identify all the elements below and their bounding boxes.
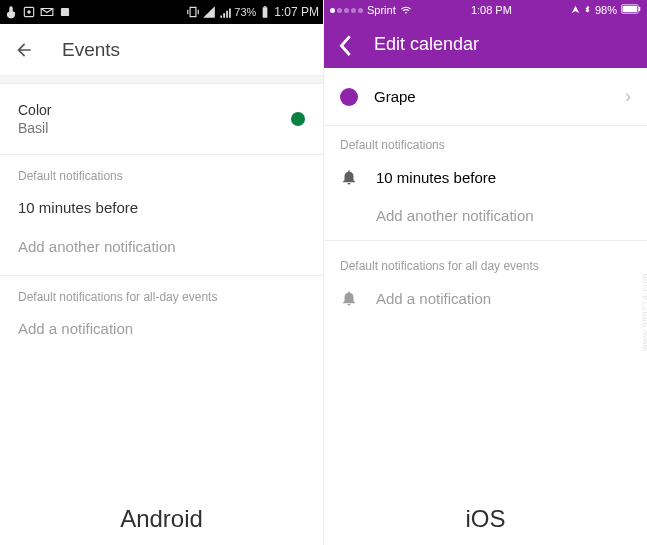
- add-notification-label: Add another notification: [18, 238, 176, 255]
- watermark: www.989214.com: [640, 273, 647, 351]
- color-swatch-icon: [291, 112, 305, 126]
- notification-value: 10 minutes before: [18, 199, 138, 216]
- ios-status-bar: Sprint 1:08 PM 98%: [324, 0, 647, 20]
- svg-rect-2: [61, 8, 69, 16]
- allday-notifications-section: Default notifications for all-day events…: [0, 275, 323, 357]
- bell-icon: [340, 289, 358, 307]
- color-row[interactable]: Grape ›: [324, 68, 647, 126]
- platform-caption: iOS: [324, 505, 647, 533]
- vibrate-icon: [186, 5, 200, 19]
- svg-rect-3: [263, 7, 268, 17]
- svg-rect-7: [639, 7, 641, 12]
- bell-icon: [340, 168, 358, 186]
- signal-dots-icon: [330, 8, 363, 13]
- section-label: Default notifications: [18, 169, 305, 183]
- mail-icon: [40, 5, 54, 19]
- location-icon: [571, 4, 580, 16]
- color-label: Color: [18, 102, 51, 118]
- ios-screen: Sprint 1:08 PM 98% Edit calendar: [324, 0, 647, 545]
- chevron-right-icon: ›: [625, 86, 631, 107]
- battery-icon: [258, 5, 272, 19]
- clock-time: 1:07 PM: [274, 5, 319, 19]
- network-icon: [218, 5, 232, 19]
- clock-time: 1:08 PM: [471, 4, 512, 16]
- section-label: Default notifications for all day events: [324, 247, 647, 279]
- carrier-label: Sprint: [367, 4, 396, 16]
- battery-percent: 73%: [234, 6, 256, 18]
- add-notification-label: Add a notification: [18, 320, 133, 337]
- svg-rect-4: [264, 6, 266, 7]
- add-notification-row[interactable]: Add another notification: [18, 232, 305, 261]
- default-notifications-section: Default notifications 10 minutes before …: [0, 154, 323, 275]
- color-value: Basil: [18, 120, 51, 136]
- notification-row[interactable]: 10 minutes before: [324, 158, 647, 196]
- page-title: Edit calendar: [374, 34, 479, 55]
- android-screen: 73% 1:07 PM Events Color Basil: [0, 0, 324, 545]
- notification-row[interactable]: 10 minutes before: [18, 193, 305, 222]
- svg-point-1: [27, 10, 31, 14]
- touch-icon: [4, 5, 18, 19]
- color-section[interactable]: Color Basil: [0, 84, 323, 154]
- platform-caption: Android: [0, 505, 323, 533]
- wifi-icon: [400, 5, 412, 15]
- color-swatch-icon: [340, 88, 358, 106]
- section-label: Default notifications: [324, 126, 647, 158]
- color-value: Grape: [374, 88, 609, 105]
- battery-icon: [621, 4, 641, 16]
- notification-icon: [58, 5, 72, 19]
- android-status-bar: 73% 1:07 PM: [0, 0, 323, 24]
- android-app-bar: Events: [0, 24, 323, 76]
- add-allday-notification-row[interactable]: Add a notification: [18, 314, 305, 343]
- back-chevron-icon[interactable]: [338, 34, 352, 54]
- battery-percent: 98%: [595, 4, 617, 16]
- add-allday-notification-row[interactable]: Add a notification: [324, 279, 647, 317]
- screenshot-icon: [22, 5, 36, 19]
- signal-icon: [202, 5, 216, 19]
- back-arrow-icon[interactable]: [14, 40, 34, 60]
- notification-value: 10 minutes before: [376, 169, 496, 186]
- section-label: Default notifications for all-day events: [18, 290, 305, 304]
- add-notification-label: Add a notification: [376, 290, 491, 307]
- bluetooth-icon: [584, 4, 591, 17]
- add-notification-label: Add another notification: [376, 207, 534, 224]
- add-notification-row[interactable]: Add another notification: [324, 196, 647, 234]
- page-title: Events: [62, 39, 120, 61]
- ios-app-bar: Edit calendar: [324, 20, 647, 68]
- svg-rect-6: [623, 6, 638, 12]
